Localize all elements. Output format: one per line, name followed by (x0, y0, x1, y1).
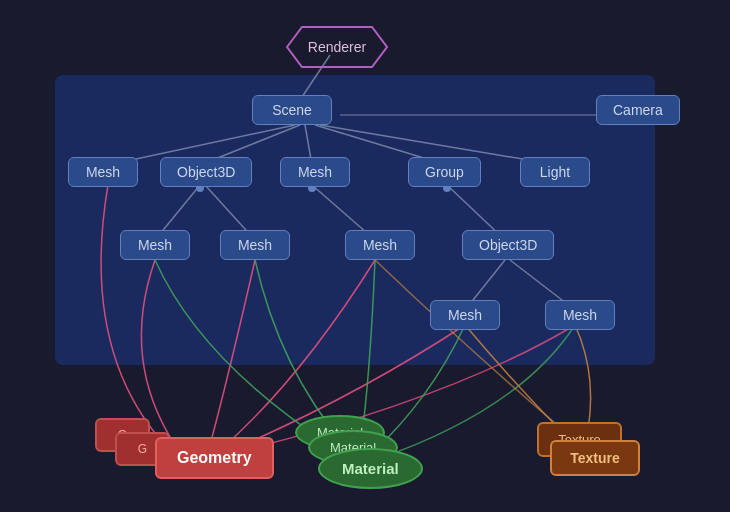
mesh5-label: Mesh (363, 237, 397, 253)
mesh4-node: Mesh (220, 230, 290, 260)
mesh1-label: Mesh (86, 164, 120, 180)
mesh1-node: Mesh (68, 157, 138, 187)
mesh2-label: Mesh (298, 164, 332, 180)
object3d1-node: Object3D (160, 157, 252, 187)
material1-node: Material (318, 448, 423, 489)
texture1-label: Texture (570, 450, 620, 466)
camera-node: Camera (596, 95, 680, 125)
scene-node: Scene (252, 95, 332, 125)
renderer-node: Renderer (272, 22, 402, 72)
light-label: Light (540, 164, 570, 180)
object3d1-label: Object3D (177, 164, 235, 180)
light-node: Light (520, 157, 590, 187)
group-label: Group (425, 164, 464, 180)
group-node: Group (408, 157, 481, 187)
mesh7-label: Mesh (563, 307, 597, 323)
renderer-label: Renderer (308, 39, 367, 55)
mesh3-node: Mesh (120, 230, 190, 260)
mesh7-node: Mesh (545, 300, 615, 330)
mesh3-label: Mesh (138, 237, 172, 253)
mesh6-label: Mesh (448, 307, 482, 323)
geometry1-label: Geometry (177, 449, 252, 467)
geometry1-node: Geometry (155, 437, 274, 479)
texture1-node: Texture (550, 440, 640, 476)
mesh2-node: Mesh (280, 157, 350, 187)
mesh6-node: Mesh (430, 300, 500, 330)
object3d2-label: Object3D (479, 237, 537, 253)
geometry3-label: G (138, 442, 147, 456)
mesh4-label: Mesh (238, 237, 272, 253)
mesh5-node: Mesh (345, 230, 415, 260)
object3d2-node: Object3D (462, 230, 554, 260)
material1-label: Material (342, 460, 399, 477)
camera-label: Camera (613, 102, 663, 118)
scene-label: Scene (272, 102, 312, 118)
